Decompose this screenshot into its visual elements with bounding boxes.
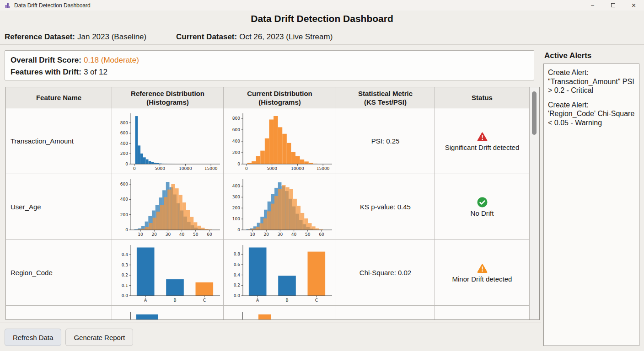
- check-circle-green-icon: [477, 197, 488, 208]
- svg-text:B: B: [173, 298, 176, 303]
- generate-report-button[interactable]: Generate Report: [65, 329, 133, 346]
- column-header-statistical-metric: Statistical Metric(KS Test/PSI): [336, 87, 435, 108]
- svg-text:600: 600: [120, 131, 128, 135]
- svg-text:400: 400: [232, 139, 240, 144]
- svg-text:60: 60: [207, 232, 212, 237]
- svg-text:20: 20: [263, 232, 269, 237]
- scrollbar-thumb[interactable]: [532, 91, 537, 135]
- svg-text:20: 20: [151, 232, 157, 237]
- svg-text:C: C: [203, 298, 205, 303]
- orange-bar-fragment: [258, 314, 271, 320]
- footer-toolbar: Refresh Data Generate Report: [5, 329, 133, 346]
- svg-text:C: C: [315, 298, 317, 303]
- partial-row-reference-chart-fragment: [112, 306, 224, 320]
- status-user-age: No Drift: [435, 174, 530, 240]
- table-grid: Feature Name Reference Distribution(Hist…: [6, 87, 539, 320]
- current-dataset-label: Current Dataset:: [176, 32, 237, 41]
- feature-name-user-age: User_Age: [6, 174, 112, 240]
- svg-text:0: 0: [237, 228, 240, 232]
- svg-text:200: 200: [120, 212, 128, 217]
- warning-triangle-red-icon: [476, 131, 488, 142]
- features-with-drift-value: 3 of 12: [84, 68, 107, 76]
- current-dataset-value: Oct 26, 2023 (Live Stream): [239, 32, 333, 41]
- svg-text:200: 200: [232, 150, 240, 155]
- footer-divider: [0, 323, 541, 323]
- svg-text:0.2: 0.2: [121, 273, 128, 277]
- svg-text:40: 40: [179, 232, 184, 237]
- svg-text:0.1: 0.1: [121, 283, 128, 287]
- svg-text:15000: 15000: [204, 166, 217, 171]
- reference-dataset-label: Reference Dataset:: [5, 32, 75, 41]
- maximize-button[interactable]: [603, 0, 623, 11]
- app-window: Data Drift Detection Dashboard – ✕ Data …: [0, 0, 644, 351]
- svg-text:0.0: 0.0: [121, 293, 128, 298]
- svg-text:60: 60: [319, 232, 324, 237]
- reference-dataset-value: Jan 2023 (Baseline): [77, 32, 146, 41]
- svg-text:200: 200: [120, 151, 128, 156]
- active-alerts-list: Create Alert: "Transaction_Amount" PSI >…: [543, 64, 639, 346]
- titlebar[interactable]: Data Drift Detection Dashboard – ✕: [0, 0, 644, 11]
- drift-summary-box: Overall Drift Score:0.18 (Moderate) Feat…: [5, 50, 534, 80]
- minimize-button[interactable]: –: [582, 0, 603, 11]
- table-scrollbar[interactable]: [529, 87, 539, 319]
- window-controls: – ✕: [582, 0, 644, 11]
- chart-user-age-current: 0100200300400102030405060: [224, 174, 336, 240]
- svg-text:0.0: 0.0: [233, 293, 240, 298]
- feature-name-region-code: Region_Code: [6, 240, 112, 306]
- svg-text:200: 200: [232, 206, 240, 210]
- svg-text:0.4: 0.4: [233, 272, 240, 277]
- svg-text:400: 400: [120, 141, 128, 145]
- features-with-drift-label: Features with Drift:: [11, 68, 81, 76]
- chart-user-age-reference: 0200400600102030405060: [112, 174, 224, 240]
- drift-score-value: 0.18 (Moderate): [84, 56, 139, 64]
- svg-text:15000: 15000: [316, 166, 329, 171]
- warning-triangle-orange-icon: [476, 263, 488, 274]
- refresh-data-button[interactable]: Refresh Data: [5, 329, 61, 346]
- svg-text:600: 600: [120, 182, 128, 186]
- svg-text:10000: 10000: [291, 166, 304, 171]
- svg-text:400: 400: [120, 197, 128, 202]
- alert-item[interactable]: Create Alert: "Transaction_Amount" PSI >…: [548, 68, 637, 95]
- alert-item[interactable]: Create Alert: 'Region_Code' Chi-Square <…: [548, 101, 637, 128]
- svg-text:5000: 5000: [155, 166, 165, 171]
- status-region-code: Minor Drift detected: [435, 240, 530, 306]
- close-button[interactable]: ✕: [623, 0, 644, 11]
- feature-name-transaction-amount: Transaction_Amount: [6, 108, 112, 174]
- partial-row-feature-cell: [6, 306, 112, 320]
- window-title: Data Drift Detection Dashboard: [14, 2, 91, 9]
- svg-text:A: A: [256, 298, 259, 303]
- status-transaction-amount: Significant Drift detected: [435, 108, 530, 174]
- active-alerts-title: Active Alerts: [544, 51, 591, 60]
- overall-drift-score: Overall Drift Score:0.18 (Moderate): [11, 54, 528, 66]
- metric-region-code: Chi-Square: 0.02: [336, 240, 435, 306]
- svg-text:0.8: 0.8: [233, 252, 240, 256]
- svg-text:400: 400: [232, 184, 240, 188]
- svg-text:0.4: 0.4: [121, 252, 128, 257]
- partial-row-status-cell: [435, 306, 530, 320]
- svg-text:5000: 5000: [267, 166, 277, 171]
- svg-text:800: 800: [120, 120, 128, 125]
- dataset-row: Reference Dataset:Jan 2023 (Baseline) Cu…: [0, 32, 644, 43]
- chart-transaction-amount-reference: 0200400600800050001000015000: [112, 108, 224, 174]
- axis-fragment: [242, 312, 243, 320]
- features-with-drift: Features with Drift:3 of 12: [11, 66, 528, 78]
- svg-text:10: 10: [250, 232, 255, 237]
- svg-text:0: 0: [125, 228, 128, 232]
- svg-text:300: 300: [232, 195, 240, 199]
- maximize-icon: [611, 3, 615, 7]
- blue-bar-fragment: [136, 314, 158, 320]
- svg-text:50: 50: [305, 232, 310, 237]
- svg-text:30: 30: [277, 232, 283, 237]
- chart-transaction-amount-current: 0200400600800050001000015000: [224, 108, 336, 174]
- svg-text:A: A: [144, 298, 147, 303]
- column-header-reference-distribution: Reference Distribution(Histograms): [112, 87, 224, 108]
- svg-text:0: 0: [245, 166, 247, 171]
- svg-text:0.6: 0.6: [233, 262, 240, 267]
- partial-row-current-chart-fragment: [224, 306, 336, 320]
- header-divider: [0, 44, 644, 45]
- svg-text:0: 0: [125, 162, 128, 166]
- current-dataset: Current Dataset:Oct 26, 2023 (Live Strea…: [176, 32, 333, 42]
- svg-text:0.2: 0.2: [233, 283, 240, 287]
- svg-text:10000: 10000: [179, 166, 192, 171]
- metric-transaction-amount: PSI: 0.25: [336, 108, 435, 174]
